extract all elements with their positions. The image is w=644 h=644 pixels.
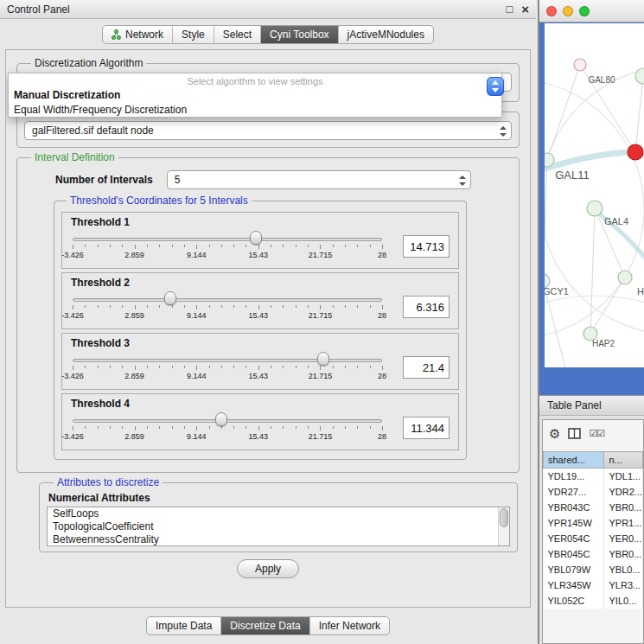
network-edge[interactable] [590, 208, 595, 334]
table-cell: YIL0... [604, 593, 643, 609]
table-panel-title[interactable]: Table Panel [539, 395, 644, 416]
apply-button[interactable]: Apply [237, 559, 299, 578]
threshold-slider[interactable]: -3.4262.8599.14415.4321.71528 [71, 351, 391, 384]
slider-scale: -3.4262.8599.14415.4321.71528 [73, 251, 382, 260]
gear-icon[interactable]: ⚙ [549, 427, 560, 440]
table-row[interactable]: YER054CYER0... [544, 531, 643, 546]
scale-label: 2.859 [124, 311, 144, 320]
tab-network[interactable]: Network [103, 26, 173, 43]
list-item[interactable]: TopologicalCoefficient [48, 520, 509, 533]
scale-label: 21.715 [309, 251, 333, 259]
network-node[interactable] [574, 59, 586, 71]
network-edge[interactable] [547, 65, 580, 160]
tab-infer-network[interactable]: Infer Network [310, 617, 389, 634]
table-row[interactable]: YBR043CYBR0... [544, 500, 643, 515]
scale-label: -3.426 [61, 372, 84, 380]
node-label: GAL80 [588, 75, 615, 85]
threshold-label: Threshold 4 [71, 398, 450, 410]
columns-icon[interactable] [568, 428, 581, 439]
interval-definition-group-label: Interval Definition [31, 151, 118, 163]
red-node[interactable] [628, 144, 643, 160]
threshold-value-input[interactable] [403, 296, 450, 318]
number-of-intervals-combobox[interactable]: 5 [167, 170, 471, 189]
close-button[interactable] [546, 6, 557, 16]
tab-label: jActiveMNodules [348, 29, 424, 41]
table-row[interactable]: YPR145WYPR1... [544, 515, 643, 531]
threshold-value-input[interactable] [403, 417, 450, 439]
column-header-shared-name[interactable]: shared... [544, 452, 604, 469]
slider-thumb[interactable] [317, 352, 329, 366]
table-data-combobox[interactable]: galFiltered.sif default node [24, 121, 512, 140]
list-scrollbar[interactable] [498, 507, 509, 545]
table-row[interactable]: YBR045CYBR0... [544, 546, 643, 562]
threshold-slider[interactable]: -3.4262.8599.14415.4321.71528 [71, 411, 391, 444]
slider-track[interactable] [73, 359, 382, 362]
slider-scale: -3.4262.8599.14415.4321.71528 [73, 432, 382, 442]
tab-select[interactable]: Select [214, 26, 261, 43]
algorithm-combobox-stepper[interactable] [487, 77, 504, 96]
number-of-intervals-label: Number of Intervals [55, 174, 153, 186]
scale-label: 28 [378, 432, 386, 441]
network-node[interactable] [545, 153, 554, 167]
threshold-slider[interactable]: -3.4262.8599.14415.4321.71528 [71, 230, 391, 263]
table-cell: YDR2... [604, 484, 643, 500]
zoom-button[interactable] [579, 6, 590, 16]
scale-label: 28 [378, 251, 386, 259]
slider-ticks [73, 426, 382, 431]
network-edge[interactable] [590, 277, 625, 334]
algorithm-option-equal-width[interactable]: Equal Width/Frequency Discretization [9, 103, 501, 118]
chevron-updown-icon [500, 125, 507, 137]
select-checkbox-icons[interactable]: ☑☑ [589, 428, 604, 439]
network-node[interactable] [618, 271, 632, 284]
numerical-attributes-list[interactable]: SelfLoopsTopologicalCoefficientBetweenne… [47, 507, 510, 546]
tab-discretize-data[interactable]: Discretize Data [221, 617, 309, 634]
column-header-name[interactable]: n... [604, 452, 643, 469]
tab-label: Network [125, 29, 163, 41]
threshold-value-input[interactable] [403, 356, 450, 379]
table-cell: YER054C [544, 531, 604, 546]
network-edge[interactable] [635, 76, 643, 152]
slider-thumb[interactable] [250, 231, 262, 245]
slider-track[interactable] [73, 419, 382, 423]
slider-thumb[interactable] [215, 412, 227, 426]
table-row[interactable]: YBL079WYBL0... [544, 562, 643, 577]
scale-label: 2.859 [124, 251, 144, 259]
table-row[interactable]: YLR345WYLR3... [544, 577, 643, 593]
threshold-value-input[interactable] [403, 235, 450, 258]
scale-label: 21.715 [309, 311, 333, 320]
network-edge-thick[interactable] [545, 152, 628, 170]
discretization-algorithm-group-label: Discretization Algorithm [31, 57, 146, 69]
minimize-button[interactable] [563, 6, 573, 16]
table-cell: YDL1... [604, 469, 643, 484]
network-edge[interactable] [545, 160, 547, 281]
network-canvas[interactable]: GAL80GAL11GAL4GCY1HHAP2 [545, 23, 644, 367]
slider-thumb[interactable] [164, 291, 176, 305]
algorithm-option-manual[interactable]: Manual Discretization [9, 88, 501, 103]
slider-track[interactable] [73, 298, 382, 302]
scale-label: 28 [378, 372, 386, 380]
list-item[interactable]: BetweennessCentrality [48, 533, 509, 546]
close-icon[interactable]: × [521, 3, 529, 16]
thresholds-group: Threshold's Coordinates for 5 Intervals … [54, 194, 467, 460]
network-view-window[interactable]: GAL80GAL11GAL4GCY1HHAP2 [539, 0, 644, 395]
slider-ticks [73, 366, 382, 371]
float-window-icon[interactable]: □ [506, 3, 513, 15]
tab-impute-data[interactable]: Impute Data [147, 617, 221, 634]
table-row[interactable]: YDL19...YDL1... [544, 469, 643, 484]
threshold-panel: Threshold 3 -3.4262.8599.14415.4321.7152… [61, 333, 459, 390]
threshold-panel: Threshold 4 -3.4262.8599.14415.4321.7152… [61, 393, 459, 450]
threshold-slider[interactable]: -3.4262.8599.14415.4321.71528 [71, 290, 391, 323]
table-row[interactable]: YDR27...YDR2... [544, 484, 643, 500]
network-window-titlebar [539, 0, 644, 22]
screen: Control Panel □ × NetworkStyleSelectCyni… [0, 0, 644, 644]
scale-label: 2.859 [124, 372, 144, 380]
table-row[interactable]: YIL052CYIL0... [544, 593, 643, 609]
network-node[interactable] [635, 68, 644, 84]
list-item[interactable]: SelfLoops [48, 507, 509, 520]
tab-cyni-toolbox[interactable]: Cyni Toolbox [261, 26, 338, 43]
network-node[interactable] [587, 201, 603, 216]
tab-style[interactable]: Style [173, 26, 214, 43]
scrollbar-thumb[interactable] [500, 508, 508, 527]
tab-jactivemnodules[interactable]: jActiveMNodules [339, 26, 433, 43]
slider-track[interactable] [73, 238, 382, 241]
